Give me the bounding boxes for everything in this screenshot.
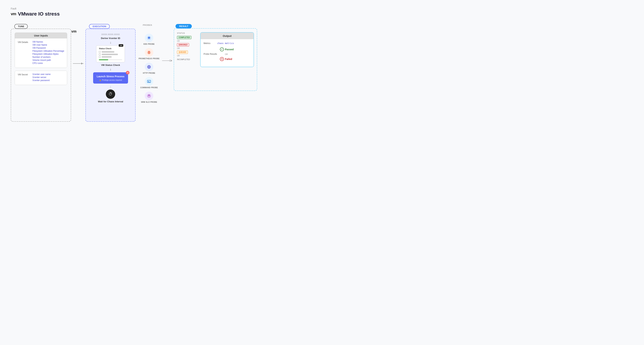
vm-details-row: VM Details VM Names VM User Name VM Pass… (18, 41, 64, 64)
probe-results-row: Probe Results ✓ Passed OR ✕ (204, 47, 251, 61)
passed-item: ✓ Passed (220, 47, 234, 51)
user-inputs-body: VM Details VM Names VM User Name VM Pass… (15, 38, 67, 68)
vm-logo-title: vm (11, 12, 16, 16)
tune-vm-logo: vm (72, 29, 77, 33)
progress-bar-container (99, 59, 122, 60)
vm-status-card: vm Status Check (96, 45, 125, 62)
command-probe-icon (145, 77, 153, 86)
prometheus-probe-icon (145, 48, 153, 57)
vm-secret-row: VM Secret Vcenter user name Vcenter serv… (18, 73, 64, 82)
result-inner: STATUS COMPLETED OR ERRORED OR QUEUED OR… (177, 32, 254, 67)
arrow-down-3: ↓ (110, 85, 112, 88)
metrics-value: chaos metrics (217, 42, 234, 44)
status-errored: ERRORED (177, 43, 189, 46)
metrics-row: Metrics chaos metrics (204, 42, 251, 44)
tune-box: User Inputs VM Details VM Names VM User … (11, 29, 71, 122)
http-probe-name: HTTP PROBE (143, 72, 155, 74)
passed-label: Passed (225, 48, 234, 51)
tune-section: TUNE User Inputs VM Details VM Names VM … (11, 24, 71, 122)
result-section: RESULT STATUS COMPLETED OR ERRORED OR QU… (174, 24, 257, 91)
check-line-1 (102, 51, 114, 53)
failed-item: ✕ Failed (220, 57, 234, 61)
output-section: Output Metrics chaos metrics Probe Resul… (200, 32, 254, 67)
check-box-3 (99, 56, 101, 58)
connector-line (162, 60, 169, 61)
or-1: OR (177, 40, 197, 42)
launch-stress-button[interactable]: ⚙ Launch Stress Process 🔒 Privilege acce… (93, 72, 128, 84)
vm-details-label: VM Details (18, 41, 30, 43)
k8s-probe-icon (145, 34, 153, 42)
launch-stress-subtitle: 🔒 Privilege access required (97, 79, 124, 81)
progress-bar-fill (99, 59, 108, 60)
vm-details-fields: VM Names VM User Name VM Password Filesy… (32, 41, 64, 64)
connector-arrow (171, 60, 172, 61)
step2-label: VM Status Check (101, 64, 120, 66)
step-launch-stress: ⚙ Launch Stress Process 🔒 Privilege acce… (93, 72, 128, 84)
launch-stress-title: Launch Stress Process (97, 75, 124, 78)
vm-secret-label: VM Secret (18, 73, 30, 76)
check-box-1 (99, 51, 101, 53)
execution-box: XXXX-XXXX-XXXX Derive Vcenter ID ↓ vm St… (86, 29, 136, 122)
result-status-col: STATUS COMPLETED OR ERRORED OR QUEUED OR… (177, 32, 198, 67)
status-incompleted: INCOMPLETED (177, 58, 190, 60)
status-section-label: STATUS (177, 32, 197, 34)
output-body: Metrics chaos metrics Probe Results ✓ Pa… (200, 39, 254, 67)
failed-icon: ✕ (220, 57, 224, 61)
field-vcenter-user[interactable]: Vcenter user name (32, 73, 50, 75)
tune-badge: TUNE (14, 24, 28, 29)
execution-badge: EXECUTION (89, 24, 110, 29)
result-outer-box: STATUS COMPLETED OR ERRORED OR QUEUED OR… (174, 28, 257, 91)
checklist-row-2 (99, 53, 122, 55)
page-title: vm VMware IO stress (11, 11, 633, 17)
probe-items: K8S PROBE PROMETHEUS PROBE (137, 28, 161, 103)
vm-chip: vm (119, 44, 123, 47)
field-volume-mount[interactable]: Volume mount path (32, 59, 64, 61)
checklist-row-3 (99, 56, 122, 58)
step4-label: Wait for Chaos Interval (98, 100, 123, 103)
checklist-row-1 (99, 51, 122, 53)
probe-command: COMMAND PROBE (140, 77, 158, 89)
output-box: Output Metrics chaos metrics Probe Resul… (200, 32, 254, 67)
command-probe-name: COMMAND PROBE (140, 86, 158, 89)
field-cpu-cores[interactable]: CPU cores (32, 62, 64, 64)
field-vm-user-name[interactable]: VM User Name (32, 44, 64, 46)
or-2: OR (177, 47, 197, 49)
field-vcenter-server[interactable]: Vcenter server (32, 76, 50, 78)
user-inputs-box: User Inputs VM Details VM Names VM User … (15, 32, 67, 68)
prometheus-probe-name: PROMETHEUS PROBE (138, 57, 160, 60)
probe-results-values: ✓ Passed OR ✕ Failed (220, 47, 234, 61)
tune-to-execution-arrow (71, 63, 86, 64)
field-fs-util-bytes[interactable]: Filesystem Utilisation Bytes (32, 53, 64, 55)
srm-probe-name: SRM SLO PROBE (141, 101, 157, 103)
connector-circle (169, 60, 171, 61)
vm-secret-fields: Vcenter user name Vcenter server Vcenter… (32, 73, 50, 82)
metrics-label: Metrics (204, 42, 214, 44)
user-inputs-header: User Inputs (15, 33, 67, 38)
srm-probe-icon (145, 92, 153, 100)
status-completed: COMPLETED (177, 36, 192, 39)
status-check-label: Status Check (99, 47, 122, 49)
step-derive-vcenter: XXXX-XXXX-XXXX Derive Vcenter ID (101, 33, 120, 39)
or-3: OR (177, 55, 197, 57)
check-line-3 (102, 56, 112, 58)
field-fs-util-pct[interactable]: Filesystem Utilisation Percentage (32, 50, 64, 52)
lock-icon: 🔒 (99, 79, 101, 81)
title-text: VMware IO stress (18, 11, 60, 17)
field-num-workers[interactable]: Number of workers (32, 56, 64, 58)
result-badge: RESULT (176, 24, 192, 28)
probe-k8s: K8S PROBE (144, 34, 154, 45)
field-vm-names[interactable]: VM Names (32, 41, 64, 43)
svg-point-2 (149, 52, 150, 53)
privilege-text: Privilege access required (102, 79, 122, 81)
or-probe: OR (225, 53, 234, 55)
step1-id: XXXX-XXXX-XXXX (101, 33, 120, 35)
probes-section: PROBES K8S PROBE (136, 24, 161, 103)
vm-secret-box: VM Secret Vcenter user name Vcenter serv… (15, 71, 67, 85)
output-header: Output (200, 32, 254, 39)
check-line-2 (102, 54, 118, 55)
failed-label: Failed (225, 58, 232, 60)
field-vcenter-password[interactable]: Vcenter password (32, 79, 50, 82)
probe-results-label: Probe Results (204, 53, 217, 56)
field-vm-password[interactable]: VM Password (32, 47, 64, 49)
probe-srm: SRM SLO PROBE (141, 92, 157, 103)
